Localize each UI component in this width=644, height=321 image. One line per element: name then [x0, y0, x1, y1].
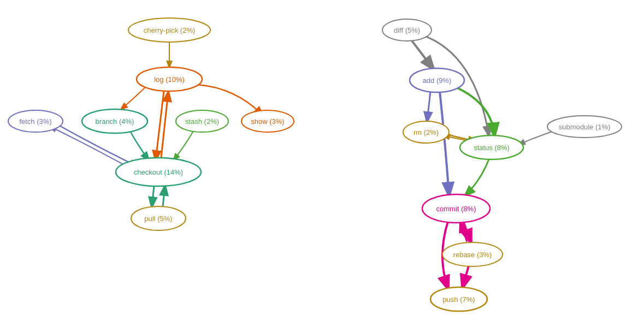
edge-add-status — [456, 87, 494, 135]
label-add: add (9%) — [423, 76, 452, 85]
label-push: push (7%) — [442, 295, 475, 304]
node-stash: stash (2%) — [176, 110, 228, 132]
node-cherry-pick: cherry-pick (2%) — [128, 18, 210, 42]
edge-checkout-pull-1 — [152, 186, 154, 206]
edge-branch-checkout — [130, 131, 149, 160]
node-status: status (8%) — [460, 135, 523, 159]
edge-diff-add — [411, 39, 433, 69]
node-show: show (3%) — [241, 110, 294, 132]
label-rebase: rebase (3%) — [453, 251, 492, 259]
node-fetch: fetch (3%) — [8, 110, 63, 132]
label-fetch: fetch (3%) — [19, 117, 51, 126]
label-status: status (8%) — [474, 144, 510, 152]
label-submodule: submodule (1%) — [559, 123, 611, 131]
node-log: log (10%) — [137, 67, 202, 91]
edge-add-rm — [427, 91, 430, 121]
label-diff: diff (5%) — [394, 26, 420, 34]
node-submodule: submodule (1%) — [547, 116, 622, 138]
node-commit: commit (8%) — [422, 194, 490, 223]
label-show: show (3%) — [251, 117, 284, 126]
node-checkout: checkout (14%) — [116, 158, 201, 186]
node-rm: rm (2%) — [403, 121, 449, 143]
graph-canvas: cherry-pick (2%) log (10%) fetch (3%) br… — [0, 0, 644, 321]
edge-add-commit — [440, 91, 449, 195]
node-diff: diff (5%) — [382, 19, 432, 41]
edge-stash-checkout — [174, 130, 194, 160]
label-log: log (10%) — [154, 75, 185, 84]
label-checkout: checkout (14%) — [134, 168, 183, 176]
edge-pull-checkout — [163, 186, 165, 206]
edge-log-branch — [121, 86, 146, 109]
node-pull: pull (5%) — [131, 206, 186, 230]
node-branch: branch (4%) — [82, 109, 147, 133]
edge-status-commit — [465, 159, 489, 195]
node-rebase: rebase (3%) — [442, 242, 503, 266]
label-pull: pull (5%) — [144, 215, 172, 223]
node-add: add (9%) — [410, 68, 464, 92]
label-cherry-pick: cherry-pick (2%) — [144, 26, 196, 34]
label-branch: branch (4%) — [96, 117, 134, 126]
node-push: push (7%) — [430, 287, 487, 311]
edge-rebase-push — [463, 266, 469, 287]
label-commit: commit (8%) — [436, 205, 476, 213]
label-rm: rm (2%) — [413, 128, 439, 136]
label-stash: stash (2%) — [185, 117, 219, 126]
